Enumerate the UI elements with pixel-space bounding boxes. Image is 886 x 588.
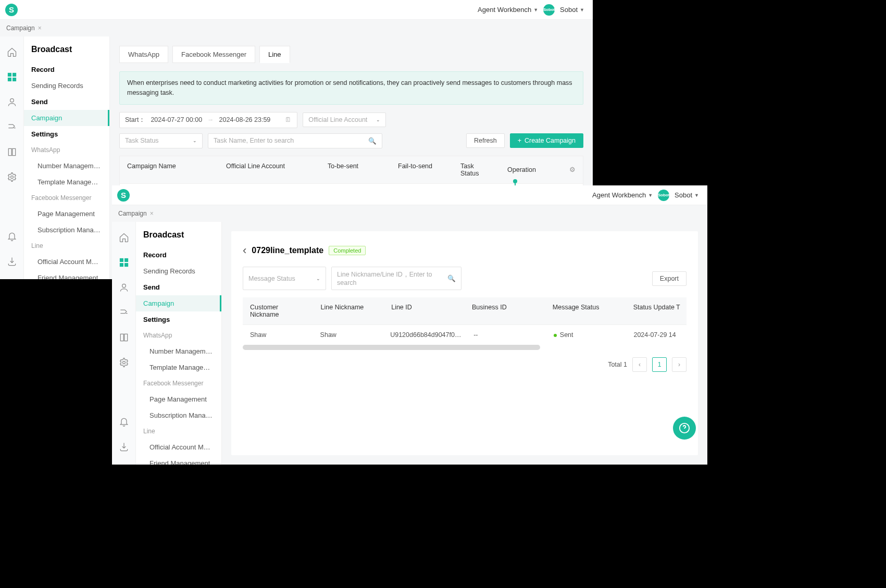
user-name: Sobot bbox=[560, 6, 578, 14]
brand-badge-icon: Sobot bbox=[543, 4, 555, 16]
sidebar-item-sub-mgmt[interactable]: Subscription Manage… bbox=[24, 222, 109, 238]
cell-bid: -- bbox=[466, 325, 546, 345]
back-icon[interactable]: ‹ bbox=[243, 244, 246, 257]
workbench-switcher[interactable]: Agent Workbench ▼ bbox=[592, 191, 653, 199]
window-tab[interactable]: Campaign bbox=[6, 24, 35, 32]
caret-down-icon: ▼ bbox=[580, 7, 584, 12]
sidebar-item-template-mgmt[interactable]: Template Management bbox=[24, 174, 109, 190]
svg-rect-10 bbox=[124, 259, 128, 262]
page-1-button[interactable]: 1 bbox=[652, 357, 667, 372]
svg-rect-0 bbox=[8, 73, 11, 77]
sidebar-item-official-mgmt[interactable]: Official Account Man… bbox=[136, 439, 221, 455]
sidebar-cat-fb: Facebook Messenger bbox=[24, 190, 109, 206]
date-range-input[interactable]: Start： 2024-07-27 00:00 → 2024-08-26 23:… bbox=[119, 112, 297, 128]
bell-icon[interactable] bbox=[7, 231, 17, 242]
sidebar-item-sub-mgmt[interactable]: Subscription Manage… bbox=[136, 407, 221, 423]
th-message-status: Message Status bbox=[545, 297, 626, 324]
tab-line[interactable]: Line bbox=[259, 46, 290, 63]
info-notice: When enterprises need to conduct marketi… bbox=[119, 71, 583, 105]
chevron-down-icon: ⌄ bbox=[193, 138, 197, 143]
user-menu[interactable]: Sobot ▼ bbox=[560, 6, 584, 14]
cell-ln: Shaw bbox=[313, 325, 383, 345]
send-heading: Send bbox=[136, 279, 221, 295]
book-icon[interactable] bbox=[7, 147, 17, 157]
workbench-label: Agent Workbench bbox=[478, 6, 531, 14]
home-icon[interactable] bbox=[7, 47, 17, 57]
sidebar-item-friend-mgmt[interactable]: Friend Management bbox=[24, 270, 109, 279]
flow-icon[interactable] bbox=[119, 307, 129, 318]
settings-icon[interactable] bbox=[7, 172, 17, 182]
horizontal-scrollbar[interactable] bbox=[243, 345, 687, 350]
sidebar-item-official-mgmt[interactable]: Official Account Man… bbox=[24, 254, 109, 270]
sidebar-cat-line: Line bbox=[136, 423, 221, 439]
close-icon[interactable]: × bbox=[150, 210, 154, 217]
task-search-input[interactable]: Task Name, Enter to search 🔍 bbox=[208, 133, 382, 148]
window-tab-strip: Campaign × bbox=[0, 20, 593, 36]
detail-header: ‹ 0729line_template Completed bbox=[243, 241, 687, 267]
home-icon[interactable] bbox=[119, 232, 129, 243]
th-failtosend: Fail-to-send bbox=[391, 156, 453, 183]
th-campaign-name: Campaign Name bbox=[120, 156, 219, 183]
download-icon[interactable] bbox=[7, 256, 17, 267]
cell-ts: 2024-07-29 14 bbox=[626, 325, 687, 345]
op-label: Operation bbox=[507, 166, 569, 173]
sidebar-item-sending-records[interactable]: Sending Records bbox=[24, 78, 109, 94]
line-search-input[interactable]: Line Nickname/Line ID，Enter to search 🔍 bbox=[331, 267, 461, 290]
apps-icon[interactable] bbox=[7, 72, 17, 82]
svg-rect-9 bbox=[120, 259, 123, 262]
search-placeholder: Line Nickname/Line ID，Enter to search bbox=[337, 270, 443, 286]
start-date: 2024-07-27 00:00 bbox=[151, 116, 202, 123]
th-line-nickname: Line Nickname bbox=[314, 297, 384, 324]
user-menu[interactable]: Sobot ▼ bbox=[675, 191, 699, 199]
account-select[interactable]: Official Line Account ⌄ bbox=[303, 112, 386, 127]
create-campaign-button[interactable]: + Create Campaign bbox=[510, 133, 583, 148]
settings-icon[interactable] bbox=[119, 357, 129, 368]
prev-page-button[interactable]: ‹ bbox=[632, 357, 647, 372]
record-heading: Record bbox=[136, 247, 221, 263]
person-icon[interactable] bbox=[7, 97, 17, 107]
sidebar-item-page-mgmt[interactable]: Page Management bbox=[136, 391, 221, 407]
app-logo: S bbox=[5, 4, 18, 16]
calendar-icon: 🗓 bbox=[285, 116, 292, 123]
gear-icon[interactable]: ⚙ bbox=[569, 166, 576, 173]
refresh-button[interactable]: Refresh bbox=[466, 133, 505, 148]
svg-rect-2 bbox=[8, 78, 11, 81]
workbench-switcher[interactable]: Agent Workbench ▼ bbox=[478, 6, 538, 14]
caret-down-icon: ▼ bbox=[648, 193, 653, 198]
message-status-select[interactable]: Message Status ⌄ bbox=[243, 267, 326, 290]
flow-icon[interactable] bbox=[7, 122, 17, 132]
detail-table: Customer Nickname Line Nickname Line ID … bbox=[243, 297, 687, 350]
scrollbar-thumb[interactable] bbox=[243, 345, 540, 350]
tab-fb[interactable]: Facebook Messenger bbox=[172, 46, 255, 63]
sidebar-item-template-mgmt[interactable]: Template Management bbox=[136, 359, 221, 376]
book-icon[interactable] bbox=[119, 332, 129, 343]
sidebar-item-campaign[interactable]: Campaign bbox=[136, 295, 221, 311]
sidebar-item-number-mgmt[interactable]: Number Management bbox=[136, 343, 221, 359]
end-date: 2024-08-26 23:59 bbox=[219, 116, 271, 123]
tab-whatsapp[interactable]: WhatsApp bbox=[119, 46, 168, 63]
apps-icon[interactable] bbox=[119, 257, 129, 268]
th-status-update: Status Update T bbox=[626, 297, 687, 324]
person-icon[interactable] bbox=[119, 282, 129, 293]
top-bar: S Agent Workbench ▼ Sobot Sobot ▼ bbox=[0, 0, 593, 20]
chevron-down-icon: ⌄ bbox=[376, 117, 380, 122]
window-tab[interactable]: Campaign bbox=[118, 210, 147, 217]
download-icon[interactable] bbox=[119, 442, 129, 452]
close-icon[interactable]: × bbox=[38, 24, 42, 32]
nav-rail bbox=[0, 36, 24, 279]
record-heading: Record bbox=[24, 61, 109, 78]
svg-point-14 bbox=[122, 361, 125, 364]
sidebar-item-number-mgmt[interactable]: Number Management bbox=[24, 158, 109, 174]
bell-icon[interactable] bbox=[119, 417, 129, 427]
sidebar-item-friend-mgmt[interactable]: Friend Management bbox=[136, 455, 221, 465]
next-page-button[interactable]: › bbox=[672, 357, 687, 372]
create-label: Create Campaign bbox=[525, 137, 576, 144]
sidebar-item-page-mgmt[interactable]: Page Management bbox=[24, 206, 109, 222]
export-button[interactable]: Export bbox=[652, 271, 687, 286]
window-tab-strip: Campaign × bbox=[112, 205, 707, 222]
task-status-select[interactable]: Task Status ⌄ bbox=[119, 133, 203, 148]
th-tobesent: To-be-sent bbox=[320, 156, 391, 183]
sidebar-item-campaign[interactable]: Campaign bbox=[24, 110, 109, 126]
help-button[interactable] bbox=[673, 417, 696, 440]
sidebar-item-sending-records[interactable]: Sending Records bbox=[136, 263, 221, 279]
